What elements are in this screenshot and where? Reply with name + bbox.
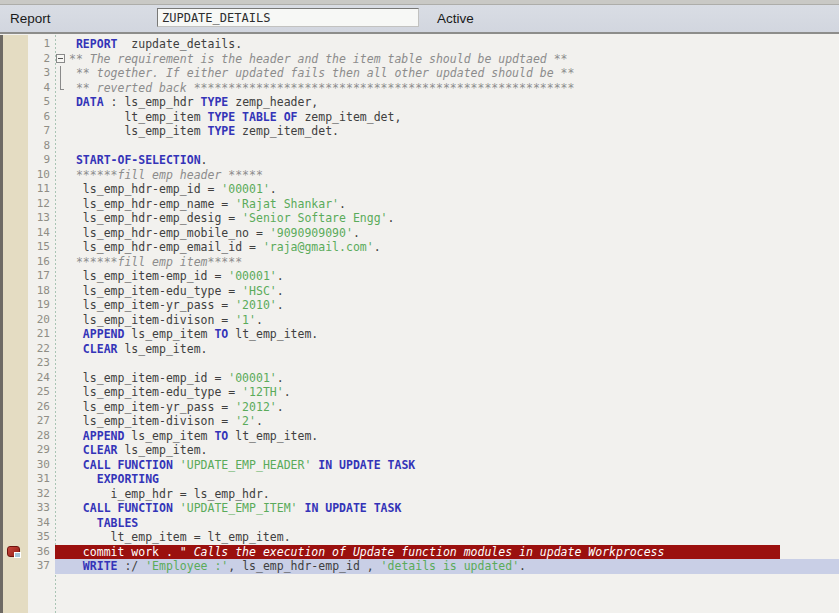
code-line[interactable]: 21 APPEND ls_emp_item TO lt_emp_item. (0, 327, 839, 342)
breakpoint-gutter[interactable] (0, 95, 28, 110)
code-text[interactable]: ** The requirement is the header and the… (55, 52, 839, 67)
code-line[interactable]: 32 i_emp_hdr = ls_emp_hdr. (0, 487, 839, 502)
code-line[interactable]: 23 (0, 356, 839, 371)
breakpoint-gutter[interactable] (0, 139, 28, 154)
code-line-content[interactable]: CLEAR ls_emp_item. (55, 342, 839, 357)
code-text[interactable]: ** reverted back ***********************… (55, 81, 839, 96)
code-text[interactable]: ls_emp_hdr-emp_email_id = 'raja@gmail.co… (55, 240, 839, 255)
code-line[interactable]: 26 ls_emp_item-yr_pass = '2012'. (0, 400, 839, 415)
code-line-content[interactable]: REPORT zupdate_details. (55, 37, 839, 52)
code-line[interactable]: 4 ** reverted back *********************… (0, 81, 839, 96)
code-text[interactable]: CALL FUNCTION 'UPDATE_EMP_HEADER' IN UPD… (55, 458, 839, 473)
breakpoint-gutter[interactable] (0, 530, 28, 545)
code-line-content[interactable]: ** The requirement is the header and the… (55, 52, 839, 67)
code-line-content[interactable]: CALL FUNCTION 'UPDATE_EMP_ITEM' IN UPDAT… (55, 501, 839, 516)
code-line[interactable]: 16 ******fill emp item***** (0, 255, 839, 270)
code-line-content[interactable]: ls_emp_item-yr_pass = '2010'. (55, 298, 839, 313)
code-text[interactable] (55, 139, 839, 154)
code-text[interactable]: lt_emp_item TYPE TABLE OF zemp_item_det, (55, 110, 839, 125)
breakpoint-gutter[interactable] (0, 52, 28, 67)
code-line-content[interactable]: ls_emp_hdr-emp_name = 'Rajat Shankar'. (55, 197, 839, 212)
code-line-content[interactable]: DATA : ls_emp_hdr TYPE zemp_header, (55, 95, 839, 110)
code-line[interactable]: 22 CLEAR ls_emp_item. (0, 342, 839, 357)
code-line-content[interactable]: ******fill emp header ***** (55, 168, 839, 183)
breakpoint-gutter[interactable] (0, 37, 28, 52)
code-line[interactable]: 34 TABLES (0, 516, 839, 531)
breakpoint-gutter[interactable] (0, 110, 28, 125)
breakpoint-gutter[interactable] (0, 501, 28, 516)
breakpoint-gutter[interactable] (0, 516, 28, 531)
code-text[interactable]: ls_emp_item-yr_pass = '2012'. (55, 400, 839, 415)
code-text[interactable]: ** together. If either updated fails the… (55, 66, 839, 81)
breakpoint-gutter[interactable] (0, 327, 28, 342)
breakpoint-gutter[interactable] (0, 414, 28, 429)
breakpoint-gutter[interactable] (0, 458, 28, 473)
code-text[interactable]: ls_emp_item-emp_id = '00001'. (55, 371, 839, 386)
code-line[interactable]: 17 ls_emp_item-emp_id = '00001'. (0, 269, 839, 284)
breakpoint-gutter[interactable] (0, 255, 28, 270)
code-line-content[interactable]: ls_emp_item-emp_id = '00001'. (55, 371, 839, 386)
code-line[interactable]: 28 APPEND ls_emp_item TO lt_emp_item. (0, 429, 839, 444)
code-line[interactable]: 20 ls_emp_item-divison = '1'. (0, 313, 839, 328)
breakpoint-gutter[interactable] (0, 313, 28, 328)
code-line-content[interactable]: ls_emp_item-divison = '1'. (55, 313, 839, 328)
code-line-content[interactable]: START-OF-SELECTION. (55, 153, 839, 168)
code-line[interactable]: 18 ls_emp_item-edu_type = 'HSC'. (0, 284, 839, 299)
fold-collapse-icon[interactable] (56, 54, 65, 63)
code-line-content[interactable]: ls_emp_hdr-emp_desig = 'Senior Softare E… (55, 211, 839, 226)
code-text[interactable]: i_emp_hdr = ls_emp_hdr. (55, 487, 839, 502)
breakpoint-gutter[interactable] (0, 545, 28, 560)
code-line-content[interactable]: EXPORTING (55, 472, 839, 487)
code-line-content[interactable]: ls_emp_hdr-emp_id = '00001'. (55, 182, 839, 197)
breakpoint-gutter[interactable] (0, 559, 28, 574)
code-line-content[interactable]: commit work . " Calls the execution of U… (55, 545, 839, 560)
code-text[interactable]: APPEND ls_emp_item TO lt_emp_item. (55, 429, 839, 444)
code-line[interactable]: 19 ls_emp_item-yr_pass = '2010'. (0, 298, 839, 313)
code-line[interactable]: 1 REPORT zupdate_details. (0, 37, 839, 52)
code-text[interactable]: ls_emp_item-emp_id = '00001'. (55, 269, 839, 284)
code-line-content[interactable]: WRITE :/ 'Employee :', ls_emp_hdr-emp_id… (55, 559, 839, 574)
breakpoint-gutter[interactable] (0, 153, 28, 168)
code-line-content[interactable]: ls_emp_item-edu_type = '12TH'. (55, 385, 839, 400)
breakpoint-gutter[interactable] (0, 240, 28, 255)
breakpoint-gutter[interactable] (0, 269, 28, 284)
code-line-content[interactable]: APPEND ls_emp_item TO lt_emp_item. (55, 327, 839, 342)
code-text[interactable]: ******fill emp item***** (55, 255, 839, 270)
code-line[interactable]: 5 DATA : ls_emp_hdr TYPE zemp_header, (0, 95, 839, 110)
code-line[interactable]: 8 (0, 139, 839, 154)
breakpoint-gutter[interactable] (0, 356, 28, 371)
code-text[interactable]: EXPORTING (55, 472, 839, 487)
code-line[interactable]: 25 ls_emp_item-edu_type = '12TH'. (0, 385, 839, 400)
report-name-input[interactable] (157, 8, 419, 27)
code-text[interactable]: ls_emp_item-yr_pass = '2010'. (55, 298, 839, 313)
code-line[interactable]: 30 CALL FUNCTION 'UPDATE_EMP_HEADER' IN … (0, 458, 839, 473)
code-line-content[interactable]: TABLES (55, 516, 839, 531)
breakpoint-gutter[interactable] (0, 342, 28, 357)
code-line-content[interactable]: ** together. If either updated fails the… (55, 66, 839, 81)
breakpoint-gutter[interactable] (0, 211, 28, 226)
code-line-content[interactable]: CALL FUNCTION 'UPDATE_EMP_HEADER' IN UPD… (55, 458, 839, 473)
breakpoint-highlight-band[interactable]: commit work . " Calls the execution of U… (55, 545, 780, 560)
code-text[interactable]: START-OF-SELECTION. (55, 153, 839, 168)
breakpoint-gutter[interactable] (0, 182, 28, 197)
code-line[interactable]: 9 START-OF-SELECTION. (0, 153, 839, 168)
breakpoint-gutter[interactable] (0, 124, 28, 139)
code-text[interactable]: ls_emp_item TYPE zemp_item_det. (55, 124, 839, 139)
code-text[interactable]: TABLES (55, 516, 839, 531)
code-line-content[interactable]: ls_emp_hdr-emp_mobile_no = '9090909090'. (55, 226, 839, 241)
code-line[interactable]: 11 ls_emp_hdr-emp_id = '00001'. (0, 182, 839, 197)
code-line-content[interactable]: ls_emp_hdr-emp_email_id = 'raja@gmail.co… (55, 240, 839, 255)
code-line[interactable]: 2** The requirement is the header and th… (0, 52, 839, 67)
breakpoint-gutter[interactable] (0, 443, 28, 458)
code-text[interactable]: ls_emp_item-divison = '2'. (55, 414, 839, 429)
code-line[interactable]: 36 commit work . " Calls the execution o… (0, 545, 839, 560)
code-line[interactable]: 37 WRITE :/ 'Employee :', ls_emp_hdr-emp… (0, 559, 839, 574)
code-line[interactable]: 15 ls_emp_hdr-emp_email_id = 'raja@gmail… (0, 240, 839, 255)
breakpoint-gutter[interactable] (0, 371, 28, 386)
breakpoint-gutter[interactable] (0, 168, 28, 183)
code-line[interactable]: 10 ******fill emp header ***** (0, 168, 839, 183)
code-text[interactable]: ls_emp_hdr-emp_name = 'Rajat Shankar'. (55, 197, 839, 212)
breakpoint-gutter[interactable] (0, 81, 28, 96)
breakpoint-gutter[interactable] (0, 66, 28, 81)
code-text[interactable]: lt_emp_item = lt_emp_item. (55, 530, 839, 545)
